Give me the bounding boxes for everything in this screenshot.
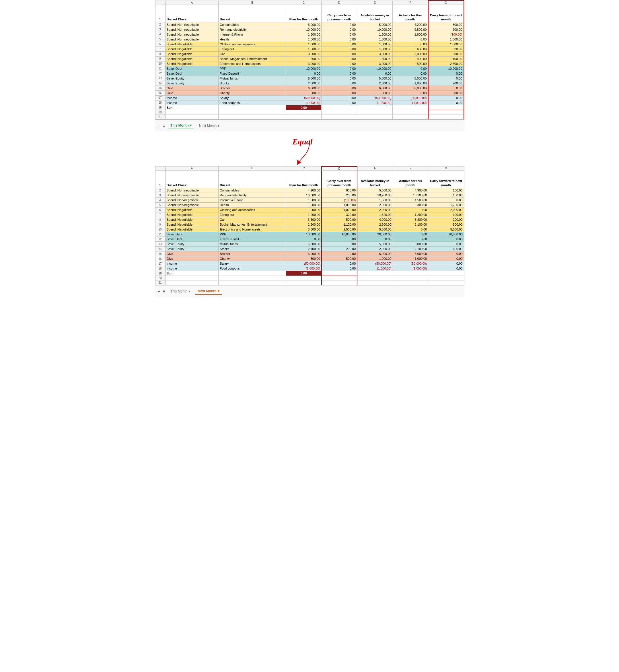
carry-fwd-cell: (100.00) [428, 32, 464, 37]
row-num: 13 [155, 242, 165, 247]
row-num: 18 [155, 100, 165, 105]
this-month-tab-bottom-arrow[interactable]: ▾ [189, 289, 190, 293]
next-month-tab-bottom[interactable]: Next Month ▾ [195, 288, 221, 295]
plan-cell: 1,000.00 [286, 212, 322, 217]
this-month-tab-arrow[interactable]: ▾ [190, 123, 192, 127]
empty-row: 20 [155, 276, 464, 281]
plan-cell: (1,000.00) [286, 100, 322, 105]
table-row: 2Spend: Non-negotiableConsumables5,000.0… [155, 22, 464, 27]
menu-icon[interactable]: ≡ [163, 123, 165, 128]
available-cell: 0.00 [357, 237, 393, 242]
add-tab-icon[interactable]: + [158, 123, 160, 128]
actuals-cell: 2,100.00 [393, 247, 428, 251]
actuals-cell: 1,500.00 [393, 198, 428, 203]
carry-fwd-cell: 800.00 [428, 22, 464, 27]
available-cell: (50,000.00) [357, 95, 393, 100]
actuals-cell: 0.00 [393, 66, 428, 71]
next-month-body: 2Spend: Non-negotiableConsumables4,200.0… [155, 188, 464, 285]
bucket-class-cell: Spend: Negotiable [165, 207, 219, 212]
next-month-tab-bottom-arrow[interactable]: ▾ [218, 289, 219, 293]
actuals-cell: 0.00 [393, 42, 428, 47]
carry-over-cell: 0.00 [322, 37, 357, 42]
row-num: 3 [155, 27, 165, 32]
carry-fwd-cell: 100.00 [428, 193, 464, 198]
plan-cell: 1,000.00 [286, 42, 322, 47]
row-num: 9 [155, 222, 165, 227]
actuals-header-2: Actuals for this month [393, 171, 428, 188]
carry-fwd-cell: 0.00 [428, 242, 464, 247]
plan-cell: 10,000.00 [286, 66, 322, 71]
available-header: Available money in bucket [357, 5, 393, 22]
table-row: 4Spend: Non-negotiableInternet & Phone1,… [155, 32, 464, 37]
actuals-cell: (1,000.00) [393, 266, 428, 271]
carry-fwd-cell: 1,100.00 [428, 56, 464, 61]
available-cell: 6,000.00 [357, 251, 393, 256]
bucket-cell: Rent and electricity [219, 193, 286, 198]
row-num: 10 [155, 227, 165, 232]
carry-fwd-header: Carry forward to next month [428, 5, 464, 22]
table-row: 8Spend: NegotiableCar3,500.000.003,500.0… [155, 51, 464, 56]
row-num: 14 [155, 247, 165, 251]
col-b-letter-2: B [219, 167, 286, 171]
empty-row: 20 [155, 110, 464, 115]
next-month-tab-top[interactable]: Next Month ▾ [197, 123, 222, 129]
available-cell: 2,600.00 [357, 222, 393, 227]
actuals-cell: (50,000.00) [393, 261, 428, 266]
carry-over-cell: 0.00 [322, 71, 357, 76]
next-month-tab-top-arrow[interactable]: ▾ [218, 124, 219, 128]
available-cell: 5,000.00 [357, 242, 393, 247]
available-cell: 2,000.00 [357, 81, 393, 85]
row-num: 15 [155, 251, 165, 256]
carry-over-cell: 200.00 [322, 247, 357, 251]
this-month-tab-bottom[interactable]: This Month ▾ [168, 288, 193, 295]
this-month-tab[interactable]: This Month ▾ [168, 122, 194, 129]
actuals-cell: 10,100.00 [393, 193, 428, 198]
menu-icon-2[interactable]: ≡ [163, 289, 165, 294]
actuals-cell: 500.00 [393, 61, 428, 66]
available-cell: 1,320.00 [357, 212, 393, 217]
next-month-table: A B C D E F G 1 Bucket Class Bucket Plan… [155, 166, 464, 285]
table-row: 8Spend: NegotiableCar3,500.00500.004,000… [155, 217, 464, 222]
col-b-letter: B [219, 1, 286, 5]
row-num: 9 [155, 56, 165, 61]
row-num: 15 [155, 85, 165, 90]
add-tab-icon-2[interactable]: + [158, 289, 160, 294]
carry-fwd-cell: 0.00 [428, 237, 464, 242]
carry-over-cell: (100.00) [322, 198, 357, 203]
row-num: 2 [155, 22, 165, 27]
bucket-cell: Stocks [219, 81, 286, 85]
available-cell: 1,500.00 [357, 56, 393, 61]
bucket-class-cell: Spend: Negotiable [165, 227, 219, 232]
bucket-cell: Internet & Phone [219, 32, 286, 37]
bucket-class-cell: Spend: Negotiable [165, 61, 219, 66]
bucket-class-header-2: Bucket Class [165, 171, 219, 188]
carry-over-cell: 320.00 [322, 212, 357, 217]
sum-f [393, 105, 428, 110]
table-row: 3Spend: Non-negotiableRent and electrici… [155, 27, 464, 32]
row-num: 17 [155, 261, 165, 266]
actuals-cell: 4,200.00 [393, 22, 428, 27]
col-f-letter-2: F [393, 167, 428, 171]
row-num: 10 [155, 61, 165, 66]
bucket-class-cell: Give [165, 85, 219, 90]
empty-row: 21 [155, 281, 464, 285]
actuals-cell: 0.00 [393, 207, 428, 212]
available-cell: 10,200.00 [357, 193, 393, 198]
bucket-class-cell: Save: Debt [165, 71, 219, 76]
row-num: 8 [155, 217, 165, 222]
plan-cell: 1,500.00 [286, 56, 322, 61]
bucket-cell: Mutual funds [219, 242, 286, 247]
bucket-class-cell: Save: Equity [165, 76, 219, 81]
col-a-letter: A [165, 1, 219, 5]
actuals-header: Actuals for this month [393, 5, 428, 22]
carry-over-cell: 0.00 [322, 51, 357, 56]
bucket-cell: PPF [219, 232, 286, 237]
empty-row: 21 [155, 115, 464, 119]
bucket-class-cell: Spend: Negotiable [165, 42, 219, 47]
bucket-cell: Stocks [219, 247, 286, 251]
bucket-cell: Rent and electricity [219, 27, 286, 32]
available-cell: 500.00 [357, 90, 393, 95]
carry-fwd-cell: 120.00 [428, 212, 464, 217]
table-row: 4Spend: Non-negotiableInternet & Phone1,… [155, 198, 464, 203]
plan-cell: 5,000.00 [286, 76, 322, 81]
